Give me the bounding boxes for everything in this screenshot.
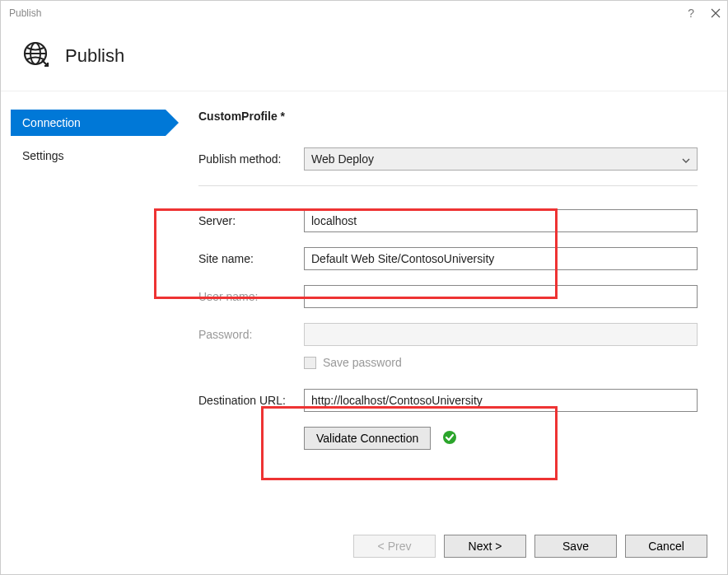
password-label: Password: xyxy=(198,328,304,341)
publish-method-label: Publish method: xyxy=(198,152,304,166)
publish-dialog: Publish ? Publish Connection xyxy=(0,0,728,575)
publish-method-select[interactable]: Web Deploy xyxy=(304,147,698,171)
save-password-label: Save password xyxy=(323,356,402,369)
profile-name: CustomProfile * xyxy=(198,110,698,123)
titlebar: Publish ? xyxy=(1,1,727,26)
user-name-label: User name: xyxy=(198,290,304,303)
close-icon[interactable] xyxy=(711,8,721,18)
validate-connection-button[interactable]: Validate Connection xyxy=(304,427,431,450)
destination-url-label: Destination URL: xyxy=(198,394,304,407)
chevron-down-icon xyxy=(682,152,690,166)
sidebar: Connection Settings xyxy=(1,110,166,525)
help-icon[interactable]: ? xyxy=(688,7,694,20)
password-input[interactable] xyxy=(304,323,698,346)
globe-icon xyxy=(22,40,50,71)
window-title: Publish xyxy=(9,7,41,19)
sidebar-item-connection[interactable]: Connection xyxy=(11,110,166,136)
publish-method-value: Web Deploy xyxy=(311,152,374,166)
next-button[interactable]: Next > xyxy=(444,535,526,558)
svg-point-3 xyxy=(443,431,456,444)
cancel-button[interactable]: Cancel xyxy=(625,535,707,558)
page-title: Publish xyxy=(65,45,124,67)
sidebar-item-label: Connection xyxy=(22,116,81,129)
header: Publish xyxy=(1,26,727,91)
destination-url-input[interactable] xyxy=(304,389,698,412)
server-label: Server: xyxy=(198,214,304,227)
check-icon xyxy=(442,430,457,447)
section-divider xyxy=(198,185,698,186)
user-name-input[interactable] xyxy=(304,285,698,308)
footer: < Prev Next > Save Cancel xyxy=(1,525,727,574)
save-password-checkbox[interactable] xyxy=(304,357,316,369)
prev-button[interactable]: < Prev xyxy=(353,535,436,558)
sidebar-item-settings[interactable]: Settings xyxy=(11,143,166,169)
save-button[interactable]: Save xyxy=(534,535,617,558)
server-input[interactable] xyxy=(304,209,698,232)
site-name-input[interactable] xyxy=(304,247,698,270)
sidebar-item-label: Settings xyxy=(22,149,64,162)
main-pane: CustomProfile * Publish method: Web Depl… xyxy=(166,110,727,525)
site-name-label: Site name: xyxy=(198,252,304,265)
